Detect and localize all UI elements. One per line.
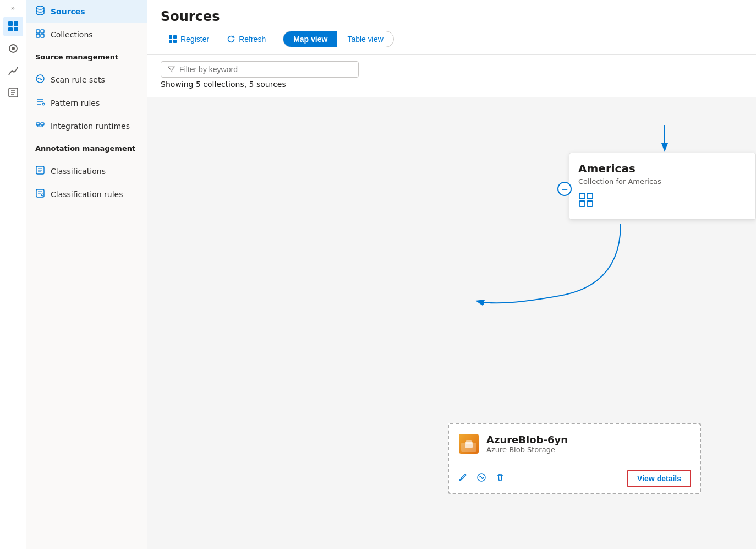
sidebar-item-sources[interactable]: Sources <box>26 0 147 23</box>
showing-label: Showing 5 collections, 5 sources <box>161 78 743 93</box>
source-node-footer: View details <box>449 464 700 493</box>
svg-rect-8 <box>36 30 40 33</box>
tools-nav-icon[interactable] <box>3 83 23 102</box>
main-content: Sources Register Refresh Ma <box>147 0 756 549</box>
classification-rules-label: Classification rules <box>51 190 123 199</box>
main-header: Sources Register Refresh Ma <box>147 0 756 55</box>
sidebar-item-classifications[interactable]: Classifications <box>26 160 147 183</box>
insights-nav-icon[interactable] <box>3 61 23 80</box>
register-button[interactable]: Register <box>161 31 217 47</box>
classifications-label: Classifications <box>51 167 106 176</box>
toolbar: Register Refresh Map view Table view <box>161 31 743 54</box>
page-title: Sources <box>161 9 743 24</box>
sidebar-item-scan-rule-sets[interactable]: Scan rule sets <box>26 68 147 91</box>
sidebar-item-classification-rules[interactable]: Classification rules <box>26 183 147 206</box>
svg-rect-30 <box>466 440 472 444</box>
americas-collection-card: Americas Collection for Americas <box>569 153 756 220</box>
source-info: AzureBlob-6yn Azure Blob Storage <box>486 434 568 454</box>
scan-rule-sets-label: Scan rule sets <box>51 75 105 84</box>
svg-rect-20 <box>173 35 177 39</box>
manage-nav-icon[interactable] <box>3 39 23 58</box>
table-view-button[interactable]: Table view <box>337 31 393 47</box>
divider-1 <box>35 66 138 66</box>
source-node: AzureBlob-6yn Azure Blob Storage <box>448 423 701 494</box>
svg-rect-11 <box>41 34 44 37</box>
collections-label: Collections <box>51 30 93 39</box>
refresh-icon <box>227 35 235 44</box>
collapse-rail-btn[interactable]: » <box>11 4 15 12</box>
icon-rail: » <box>0 0 26 549</box>
svg-rect-29 <box>465 442 473 448</box>
scan-source-icon[interactable] <box>476 472 486 485</box>
sidebar: Sources Collections Source management Sc… <box>26 0 147 549</box>
svg-rect-22 <box>173 40 177 43</box>
refresh-label: Refresh <box>239 35 266 44</box>
annotation-management-section: Annotation management <box>26 138 147 155</box>
svg-rect-27 <box>579 201 585 206</box>
sidebar-item-pattern-rules[interactable]: Pattern rules <box>26 91 147 115</box>
svg-point-7 <box>36 6 44 9</box>
svg-rect-10 <box>36 34 40 37</box>
source-name: AzureBlob-6yn <box>486 434 568 445</box>
classification-rules-icon <box>35 188 45 200</box>
classifications-icon <box>35 165 45 177</box>
svg-point-18 <box>41 194 43 196</box>
filter-bar: Showing 5 collections, 5 sources <box>147 55 756 97</box>
svg-rect-14 <box>36 123 40 125</box>
sources-icon <box>35 6 45 18</box>
catalog-nav-icon[interactable] <box>3 17 23 36</box>
integration-runtimes-label: Integration runtimes <box>51 122 130 131</box>
collections-icon <box>35 29 45 41</box>
svg-rect-3 <box>14 27 18 31</box>
filter-input[interactable] <box>179 65 352 74</box>
view-toggle: Map view Table view <box>283 31 394 47</box>
delete-source-icon[interactable] <box>495 472 505 485</box>
map-view-button[interactable]: Map view <box>283 31 337 47</box>
svg-rect-28 <box>587 201 593 206</box>
collection-title: Americas <box>578 162 747 175</box>
pattern-rules-label: Pattern rules <box>51 99 100 107</box>
toolbar-divider <box>278 32 278 46</box>
pattern-rules-icon <box>35 97 45 109</box>
scan-rule-icon <box>35 74 45 86</box>
filter-icon <box>168 66 175 73</box>
sidebar-item-collections[interactable]: Collections <box>26 23 147 46</box>
collapse-button[interactable]: − <box>557 182 572 196</box>
sidebar-item-integration-runtimes[interactable]: Integration runtimes <box>26 115 147 138</box>
map-area[interactable]: Americas Collection for Americas − <box>147 97 756 549</box>
blob-storage-icon <box>458 433 480 455</box>
svg-rect-15 <box>41 123 44 125</box>
svg-rect-26 <box>587 193 593 199</box>
filter-input-wrapper <box>161 61 359 78</box>
svg-rect-1 <box>14 21 18 26</box>
register-icon <box>168 35 177 44</box>
svg-point-13 <box>42 103 45 105</box>
collection-subtitle: Collection for Americas <box>578 177 747 186</box>
view-details-button[interactable]: View details <box>627 470 691 487</box>
svg-rect-21 <box>169 40 172 43</box>
register-label: Register <box>180 35 209 44</box>
svg-rect-19 <box>169 35 172 39</box>
collection-grid-icon <box>578 192 747 210</box>
svg-rect-2 <box>8 27 13 31</box>
svg-rect-25 <box>579 193 585 199</box>
source-management-section: Source management <box>26 46 147 63</box>
source-type: Azure Blob Storage <box>486 445 568 454</box>
integration-runtimes-icon <box>35 120 45 132</box>
divider-2 <box>35 157 138 157</box>
svg-point-5 <box>12 47 15 50</box>
svg-rect-9 <box>41 30 44 33</box>
svg-rect-0 <box>8 21 13 26</box>
edit-source-icon[interactable] <box>458 472 468 485</box>
sources-label: Sources <box>51 7 85 16</box>
refresh-button[interactable]: Refresh <box>219 31 273 47</box>
source-node-header: AzureBlob-6yn Azure Blob Storage <box>449 424 700 464</box>
